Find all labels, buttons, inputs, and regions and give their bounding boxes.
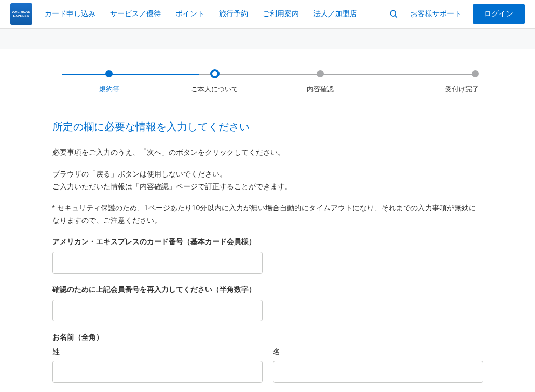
intro-line-1: 必要事項をご入力のうえ、「次へ」のボタンをクリックしてください。 [52,146,483,159]
step-3: 内容確認 [268,70,374,94]
step-2: ご本人について [162,70,268,94]
main-nav: カード申し込み サービス／優待 ポイント 旅行予約 ご利用案内 法人／加盟店 [45,9,389,19]
step-dot-1 [105,70,113,77]
name-label: お名前（全角） [52,333,483,342]
page-bg-strip [0,29,535,49]
amex-logo-text: AMERICAN EXPRESS [10,10,32,17]
main-container: 規約等 ご本人について 内容確認 受付け完了 所定の欄に必要な情報を入力してくだ… [52,49,483,392]
amex-logo[interactable]: AMERICAN EXPRESS [10,3,32,25]
step-label-3: 内容確認 [307,85,334,94]
progress-stepper: 規約等 ご本人について 内容確認 受付け完了 [57,70,479,94]
intro-line-3: * セキュリティ保護のため、1ページあたり10分以内に入力が無い場合自動的にタイ… [52,202,483,227]
nav-usage[interactable]: ご利用案内 [263,9,299,19]
header-right: お客様サポート ログイン [389,4,525,24]
last-name-sublabel: 姓 [52,347,263,357]
step-1: 規約等 [57,70,162,94]
nav-travel[interactable]: 旅行予約 [219,9,248,19]
step-label-1: 規約等 [99,85,119,94]
nav-card-apply[interactable]: カード申し込み [45,9,95,19]
card-number-input[interactable] [52,252,263,274]
support-link[interactable]: お客様サポート [410,9,461,19]
step-dot-2 [210,69,220,78]
col-last-name: 姓 [52,347,263,383]
card-number-label: アメリカン・エキスプレスのカード番号（基本カード会員様） [52,237,483,247]
card-number-confirm-label: 確認のために上記会員番号を再入力してください（半角数字） [52,285,483,294]
nav-points[interactable]: ポイント [175,9,204,19]
step-dot-3 [317,70,324,77]
field-card-number-confirm: 確認のために上記会員番号を再入力してください（半角数字） [52,285,483,321]
nav-corporate[interactable]: 法人／加盟店 [313,9,357,19]
page-title: 所定の欄に必要な情報を入力してください [52,120,483,134]
login-button[interactable]: ログイン [473,4,525,24]
col-first-name: 名 [273,347,483,383]
first-name-input[interactable] [273,361,483,383]
step-label-2: ご本人について [191,85,238,94]
global-header: AMERICAN EXPRESS カード申し込み サービス／優待 ポイント 旅行… [0,0,535,29]
step-label-4: 受付け完了 [445,85,479,94]
step-4: 受付け完了 [373,70,479,94]
field-name: お名前（全角） 姓 名 [52,333,483,383]
field-card-number: アメリカン・エキスプレスのカード番号（基本カード会員様） [52,237,483,274]
intro-line-2: ブラウザの「戻る」ボタンは使用しないでください。 ご入力いただいた情報は「内容確… [52,168,483,193]
intro-text: 必要事項をご入力のうえ、「次へ」のボタンをクリックしてください。 ブラウザの「戻… [52,146,483,227]
card-number-confirm-input[interactable] [52,300,263,321]
svg-point-0 [390,10,396,16]
svg-line-1 [395,16,397,18]
form: アメリカン・エキスプレスのカード番号（基本カード会員様） 確認のために上記会員番… [52,237,483,392]
first-name-sublabel: 名 [273,347,483,357]
nav-services[interactable]: サービス／優待 [110,9,161,19]
last-name-input[interactable] [52,361,263,383]
step-dot-4 [472,70,479,77]
search-icon[interactable] [389,9,399,19]
